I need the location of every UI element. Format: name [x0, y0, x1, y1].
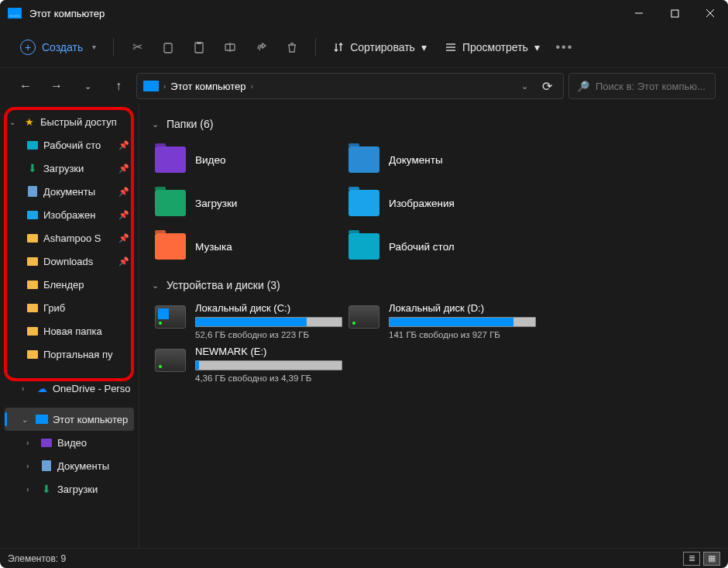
navigation-row: ← → ⌄ ↑ › Этот компьютер › ⌄ ⟳ 🔎	[0, 68, 728, 104]
sidebar-item-label: Документы	[43, 186, 95, 198]
folder-label: Документы	[389, 154, 443, 166]
more-icon: •••	[555, 40, 573, 54]
titlebar: Этот компьютер	[0, 0, 728, 26]
back-button[interactable]: ←	[12, 73, 39, 99]
sidebar-item-label: Рабочий сто	[43, 139, 101, 151]
folder-tile-3[interactable]: Изображения	[345, 181, 539, 225]
toolbar: + Создать ▾ ✂ Сортировать ▾ Просмотре	[0, 26, 728, 68]
search-box[interactable]: 🔎	[568, 73, 716, 99]
sidebar-item-4[interactable]: Ashampoo S📌	[5, 226, 134, 250]
folder-tile-2[interactable]: Загрузки	[152, 181, 345, 225]
folder-icon	[26, 325, 39, 337]
drive-icon	[349, 305, 379, 329]
folder-icon: ⬇	[40, 483, 53, 495]
folder-icon	[26, 278, 39, 291]
chevron-right-icon: ›	[26, 462, 36, 470]
drive-tile-0[interactable]: Локальный диск (C:)52,6 ГБ свободно из 2…	[152, 299, 345, 343]
sidebar-item-label: Документы	[57, 460, 109, 472]
drive-icon	[155, 349, 186, 372]
sidebar: ⌄ ★ Быстрый доступ Рабочий сто📌⬇Загрузки…	[0, 104, 139, 548]
downloads-icon: ⬇	[26, 162, 39, 174]
drive-tile-1[interactable]: Локальный диск (D:)141 ГБ свободно из 92…	[345, 299, 539, 343]
folder-label: Музыка	[195, 241, 232, 253]
chevron-down-icon: ▾	[421, 41, 427, 53]
share-button[interactable]	[247, 33, 275, 61]
folder-tile-1[interactable]: Документы	[345, 138, 539, 181]
pc-icon	[143, 81, 159, 91]
copy-icon	[162, 41, 174, 53]
sidebar-item-label: Видео	[57, 437, 87, 449]
sidebar-item-label: Изображен	[43, 209, 95, 221]
minimize-button[interactable]	[621, 0, 657, 26]
delete-button[interactable]	[278, 33, 306, 61]
view-button[interactable]: Просмотреть ▾	[438, 36, 548, 58]
sidebar-this-pc[interactable]: ⌄ Этот компьютер	[5, 408, 134, 431]
new-button[interactable]: + Создать ▾	[12, 35, 104, 60]
sidebar-quick-access[interactable]: ⌄ ★ Быстрый доступ	[5, 110, 134, 133]
drives-section-header[interactable]: ⌄ Устройства и диски (3)	[152, 279, 716, 291]
sidebar-item-2[interactable]: Документы📌	[5, 180, 134, 203]
pictures-icon	[26, 208, 39, 221]
sidebar-item-8[interactable]: Новая папка	[5, 319, 134, 343]
sidebar-item-5[interactable]: Downloads📌	[5, 250, 134, 273]
pin-icon: 📌	[118, 187, 129, 197]
details-view-button[interactable]: ≣	[683, 552, 700, 566]
folder-label: Загрузки	[195, 198, 237, 209]
folder-icon	[40, 436, 53, 449]
content-pane: ⌄ Папки (6) ВидеоДокументыЗагрузкиИзобра…	[139, 104, 728, 548]
file-explorer-window: Этот компьютер + Создать ▾ ✂	[0, 0, 728, 568]
copy-button[interactable]	[154, 33, 182, 61]
svg-rect-4	[164, 43, 172, 53]
tiles-view-button[interactable]: ▦	[703, 552, 720, 566]
close-button[interactable]	[692, 0, 728, 26]
more-button[interactable]: •••	[551, 33, 579, 61]
up-button[interactable]: ↑	[105, 73, 132, 99]
sidebar-pc-child-1[interactable]: ›Документы	[5, 454, 134, 477]
folder-icon	[349, 233, 379, 260]
sidebar-item-6[interactable]: Блендер	[5, 273, 134, 296]
drive-tile-2[interactable]: NEWMARK (E:)4,36 ГБ свободно из 4,39 ГБ	[152, 343, 345, 386]
sidebar-item-3[interactable]: Изображен📌	[5, 203, 134, 226]
drive-name: Локальный диск (C:)	[195, 302, 342, 314]
breadcrumb-location[interactable]: Этот компьютер	[170, 81, 246, 92]
drive-free-text: 4,36 ГБ свободно из 4,39 ГБ	[195, 374, 342, 383]
refresh-button[interactable]: ⟳	[537, 79, 557, 94]
drive-free-text: 52,6 ГБ свободно из 223 ГБ	[195, 330, 342, 339]
maximize-button[interactable]	[657, 0, 692, 26]
sort-button[interactable]: Сортировать ▾	[325, 36, 434, 58]
sidebar-item-label: Портальная пу	[43, 349, 113, 360]
sort-icon	[333, 42, 344, 53]
paste-button[interactable]	[185, 33, 213, 61]
sidebar-item-9[interactable]: Портальная пу	[5, 343, 134, 366]
forward-button[interactable]: →	[43, 73, 70, 99]
window-title: Этот компьютер	[29, 8, 105, 19]
dropdown-button[interactable]: ⌄	[517, 81, 533, 91]
sidebar-onedrive[interactable]: › ☁ OneDrive - Perso	[5, 377, 134, 400]
sidebar-pc-child-2[interactable]: ›⬇Загрузки	[5, 477, 134, 501]
drive-icon	[155, 305, 186, 329]
view-icon	[445, 42, 456, 53]
recent-button[interactable]: ⌄	[74, 73, 101, 99]
cut-icon: ✂	[132, 40, 143, 54]
chevron-down-icon: ⌄	[22, 415, 31, 424]
folder-icon	[26, 348, 39, 360]
this-pc-label: Этот компьютер	[53, 414, 128, 425]
folder-tile-5[interactable]: Рабочий стол	[345, 225, 539, 268]
rename-button[interactable]	[216, 33, 244, 61]
folder-tile-4[interactable]: Музыка	[152, 225, 345, 268]
chevron-down-icon: ▾	[534, 41, 540, 53]
search-input[interactable]	[596, 81, 707, 92]
sidebar-item-1[interactable]: ⬇Загрузки📌	[5, 157, 134, 180]
folders-section-header[interactable]: ⌄ Папки (6)	[152, 118, 716, 130]
sidebar-item-0[interactable]: Рабочий сто📌	[5, 133, 134, 157]
folder-tile-0[interactable]: Видео	[152, 138, 345, 181]
trash-icon	[286, 41, 298, 53]
sidebar-item-label: Ashampoo S	[43, 232, 101, 244]
cut-button[interactable]: ✂	[123, 33, 151, 61]
sidebar-pc-child-0[interactable]: ›Видео	[5, 431, 134, 454]
sidebar-item-7[interactable]: Гриб	[5, 296, 134, 319]
folder-icon	[349, 190, 379, 216]
address-bar[interactable]: › Этот компьютер › ⌄ ⟳	[136, 73, 564, 99]
chevron-right-icon: ›	[251, 82, 253, 91]
sidebar-item-label: Блендер	[43, 279, 84, 291]
